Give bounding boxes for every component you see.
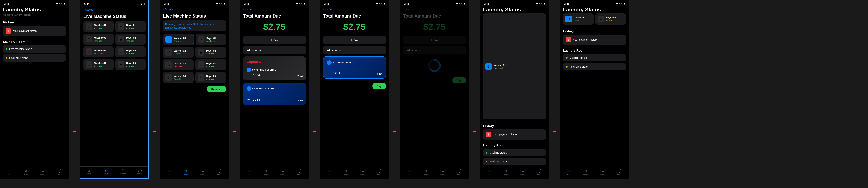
add-card-btn-5[interactable]: Add new card ›	[323, 46, 386, 54]
peak-time-graph-row[interactable]: Peak time graph ›	[3, 54, 66, 62]
dryer-02-card[interactable]: ◎ Dryer 02 Available	[115, 33, 146, 45]
back-nav-5[interactable]: ‹ Home	[323, 7, 386, 12]
tab-account-4[interactable]: ◯ Account	[292, 169, 309, 175]
tab-service-7[interactable]: ⚙ Service	[515, 169, 532, 175]
active-machine-icon-7: ⊙	[487, 64, 490, 69]
washer-02-card[interactable]: ⊙ Washer 02 Available	[83, 33, 114, 45]
tab-home-2[interactable]: ⌂ Home	[81, 169, 97, 175]
washer-02-card-3[interactable]: ⊙ Washer 02 Available	[163, 47, 193, 58]
tab-account-5[interactable]: ◯ Account	[372, 169, 389, 175]
dryer-04-card[interactable]: ◎ Dryer 04 Available	[115, 59, 146, 70]
washer-03-card[interactable]: ⊙ Washer 03 Occupied	[83, 46, 114, 57]
dryer-01-card-3[interactable]: ◎ Dryer 01 Available	[195, 34, 226, 45]
wifi-icon-6: ▲	[461, 2, 463, 5]
washer-04-card[interactable]: ⊙ Washer 04 Available	[83, 59, 114, 70]
account-tab-label-3: Account	[217, 173, 223, 175]
tab-service-3[interactable]: ⚙ Service	[194, 169, 212, 175]
tab-service-5[interactable]: ⚙ Service	[354, 169, 372, 175]
washer-01-info-3: Washer 01 Available	[174, 37, 191, 42]
dryer-02-icon-wrap: ◎	[118, 36, 124, 43]
service-tab-label-8: Service	[600, 173, 606, 175]
signal-icon-1: ●●●	[56, 2, 60, 5]
washer-01-name-8: Washer 01	[574, 16, 591, 19]
tab-account-8[interactable]: ◯ Account	[612, 169, 629, 175]
tab-service-2[interactable]: ⚙ Service	[115, 168, 131, 175]
tab-service-4[interactable]: ⚙ Service	[274, 169, 292, 175]
washer-01-status-8: Done	[574, 20, 591, 22]
tab-activity-7[interactable]: ◈ Activity	[497, 169, 515, 175]
active-machine-7[interactable]: ⊙ Washer 01 Reserved	[483, 14, 546, 119]
tab-home-5[interactable]: ⌂ Home	[320, 169, 337, 175]
washer-03-card-3[interactable]: ⊙ Washer 03 Occupied	[163, 59, 193, 71]
add-card-btn-4[interactable]: Add new card ›	[243, 46, 306, 54]
payment-history-row-7[interactable]: $ Your payment history ›	[483, 130, 546, 139]
reserve-button-3[interactable]: Reserve	[207, 86, 226, 92]
tab-activity-5[interactable]: ◈ Activity	[337, 169, 354, 175]
tab-service-6[interactable]: ⚙ Service	[434, 169, 452, 175]
peak-time-graph-row-8[interactable]: Peak time graph ›	[563, 63, 626, 71]
back-nav-6[interactable]: ‹ Learn	[403, 7, 466, 12]
tab-home-3[interactable]: ⌂ Home	[160, 169, 177, 175]
pay-button-6[interactable]: Pay	[452, 77, 466, 83]
peak-time-graph-row-7[interactable]: Peak time graph ›	[483, 158, 546, 165]
back-chevron-4: ‹	[243, 8, 244, 11]
payment-history-row-8[interactable]: $ Your payment history ›	[563, 35, 626, 45]
apple-icon-5: 	[351, 38, 352, 42]
payment-history-row[interactable]: $ Your payment history ›	[3, 26, 66, 36]
sapphire-card-5[interactable]: SAPPHIRE RESERVE •••• 1234 VISA	[323, 56, 386, 79]
live-machine-status-row[interactable]: Live machine status ›	[3, 45, 66, 53]
back-nav-2[interactable]: ‹ Activity	[83, 7, 146, 12]
tab-account-1[interactable]: ◯ Account	[52, 169, 69, 175]
tab-account-3[interactable]: ◯ Account	[212, 169, 229, 175]
home-tab-icon-8: ⌂	[568, 169, 570, 173]
dryer-03-card[interactable]: ◎ Dryer 03 Available	[115, 46, 146, 57]
tab-activity-8[interactable]: ◈ Activity	[577, 169, 595, 175]
activity-tab-label-4: Activity	[263, 173, 269, 175]
tab-home-4[interactable]: ⌂ Home	[240, 169, 257, 175]
back-nav-4[interactable]: ‹ Home	[243, 7, 306, 12]
activity-tab-label-7: Activity	[503, 173, 508, 175]
tab-account-6[interactable]: ◯ Account	[452, 169, 469, 175]
tab-activity-2[interactable]: ◈ Activity	[97, 168, 115, 175]
washer-01-card-8[interactable]: ⊙ Washer 01 Done	[563, 14, 594, 25]
tab-home-6[interactable]: ⌂ Home	[400, 169, 417, 175]
pay-button-5[interactable]: Pay	[372, 83, 386, 89]
dryer-01-card[interactable]: ◎ Dryer 01 Available	[115, 21, 146, 32]
washer-04-card-3[interactable]: ⊙ Washer 04 Available	[163, 72, 193, 83]
dryer-04-card-3[interactable]: ◎ Dryer 04 Available	[195, 72, 226, 83]
apple-pay-btn-5[interactable]:  Pay	[323, 35, 386, 44]
washer-02-icon: ⊙	[88, 37, 90, 41]
tab-service-1[interactable]: ⚙ Service	[34, 169, 52, 175]
washer-04-info: Washer 04 Available	[94, 62, 111, 67]
add-card-btn-6[interactable]: Add new card ›	[403, 46, 466, 54]
capital-one-card-4[interactable]: Capital One SAPPHIRE RESERVE •••• 1234 V…	[243, 56, 306, 80]
washer-01-card[interactable]: ⊙ Washer 01 Available	[83, 21, 114, 32]
apple-pay-btn-4[interactable]:  Pay	[243, 35, 306, 44]
tab-activity-3[interactable]: ◈ Activity	[177, 169, 195, 175]
washer-01-card-3[interactable]: ✓ Washer 01 Available	[163, 34, 194, 45]
laundry-room-section-title: Laundry Room	[3, 40, 66, 44]
dryer-02-card-8[interactable]: ◎ Dryer 02 45min	[595, 14, 626, 25]
dryer-04-icon-wrap-3: ◎	[197, 74, 204, 81]
tab-home-8[interactable]: ⌂ Home	[560, 169, 577, 175]
status-time-6: 9:41	[404, 2, 409, 5]
machine-status-row-7[interactable]: Machine status ›	[483, 149, 546, 156]
active-machine-icon-wrap-7: ⊙	[485, 63, 492, 70]
tab-home-7[interactable]: ⌂ Home	[480, 169, 497, 175]
service-tab-icon-4: ⚙	[281, 169, 284, 173]
tab-activity-4[interactable]: ◈ Activity	[257, 169, 275, 175]
service-tab-label-3: Service	[200, 173, 206, 175]
home-tab-label-4: Home	[246, 173, 251, 175]
tab-account-2[interactable]: ◯ Account	[131, 168, 149, 175]
tab-account-7[interactable]: ◯ Account	[532, 169, 549, 175]
machine-status-row-8[interactable]: Machine status ›	[563, 54, 626, 61]
tab-home-1[interactable]: ⌂ Home	[0, 169, 17, 175]
tab-activity-1[interactable]: ◈ Activity	[17, 169, 35, 175]
back-nav-3[interactable]: ‹ Activity	[163, 7, 226, 12]
dryer-02-card-3[interactable]: ◎ Dryer 02 Available	[195, 47, 226, 58]
tab-activity-6[interactable]: ◈ Activity	[417, 169, 435, 175]
apple-pay-btn-6[interactable]:  Pay	[403, 35, 466, 44]
tab-service-8[interactable]: ⚙ Service	[594, 169, 612, 175]
sapphire-card-4[interactable]: SAPPHIRE RESERVE •••• 1234 VISA	[243, 83, 306, 105]
dryer-03-card-3[interactable]: ◎ Dryer 03 Available	[195, 59, 226, 71]
